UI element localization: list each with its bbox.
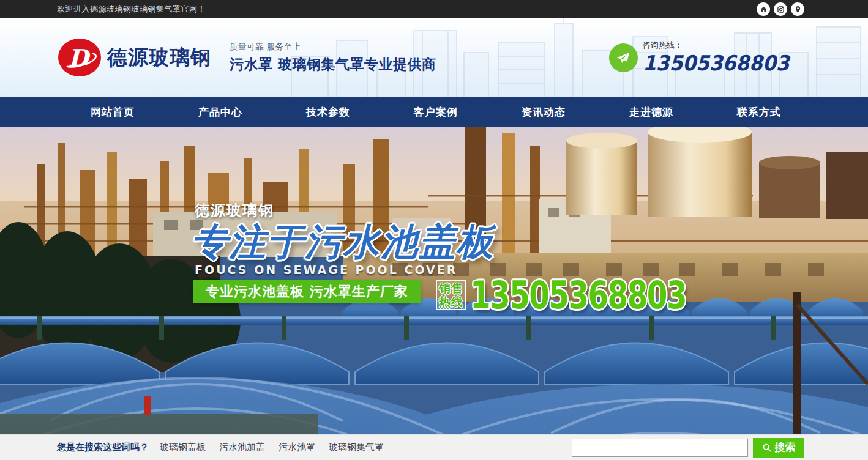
search-button-label: 搜索 xyxy=(775,440,796,454)
topbar-social-icons xyxy=(757,2,804,16)
topbar: 欢迎进入德源玻璃钢玻璃钢集气罩官网！ xyxy=(0,0,868,18)
header-slogan: 质量可靠 服务至上 污水罩 玻璃钢集气罩专业提供商 xyxy=(230,42,436,74)
nav-item-home[interactable]: 网站首页 xyxy=(59,97,166,127)
nav-item-specs[interactable]: 技术参数 xyxy=(274,97,382,127)
nav-item-cases[interactable]: 客户案例 xyxy=(382,97,490,127)
header: D 德源玻璃钢 质量可靠 服务至上 污水罩 玻璃钢集气罩专业提供商 咨询热线： … xyxy=(0,18,868,97)
logo[interactable]: D 德源玻璃钢 xyxy=(58,39,211,76)
main-nav: 网站首页 产品中心 技术参数 客户案例 资讯动态 走进德源 联系方式 xyxy=(0,97,868,127)
search-icon xyxy=(762,443,772,453)
sales-hotline-label: 销售 热线 xyxy=(436,280,466,310)
hero-headline: 专注于污水池盖板 xyxy=(191,218,495,267)
sales-label-line1: 销售 xyxy=(439,282,463,295)
keyword-link-3[interactable]: 污水池罩 xyxy=(279,442,315,453)
hero-badge: 专业污水池盖板 污水罩生产厂家 xyxy=(193,280,421,303)
welcome-text: 欢迎进入德源玻璃钢玻璃钢集气罩官网！ xyxy=(57,4,206,15)
nav-item-products[interactable]: 产品中心 xyxy=(166,97,274,127)
search-bar: 您是在搜索这些词吗？ 玻璃钢盖板 污水池加盖 污水池罩 玻璃钢集气罩 搜索 xyxy=(0,434,868,460)
search-prompt: 您是在搜索这些词吗？ xyxy=(57,442,149,453)
logo-icon: D xyxy=(58,39,101,76)
hotline: 咨询热线： 13505368803 xyxy=(609,40,802,75)
keyword-link-1[interactable]: 玻璃钢盖板 xyxy=(160,442,206,453)
keyword-link-4[interactable]: 玻璃钢集气罩 xyxy=(329,442,384,453)
instagram-icon[interactable] xyxy=(774,2,787,16)
nav-item-contact[interactable]: 联系方式 xyxy=(705,97,813,127)
slogan-big: 污水罩 玻璃钢集气罩专业提供商 xyxy=(230,55,436,74)
paper-plane-icon xyxy=(609,43,638,72)
hero-sales-hotline: 销售 热线 13505368803 xyxy=(436,273,747,317)
keyword-link-2[interactable]: 污水池加盖 xyxy=(219,442,265,453)
slogan-small: 质量可靠 服务至上 xyxy=(230,42,436,53)
page: 欢迎进入德源玻璃钢玻璃钢集气罩官网！ xyxy=(0,0,868,460)
location-icon[interactable] xyxy=(791,2,804,16)
sales-label-line2: 热线 xyxy=(439,295,463,308)
hero-subheadline: FOUCS ON SEWAGE POOL COVER xyxy=(195,263,457,276)
hotline-label: 咨询热线： xyxy=(643,40,802,51)
logo-text: 德源玻璃钢 xyxy=(107,44,211,72)
hotline-text: 咨询热线： 13505368803 xyxy=(643,40,802,75)
search-input[interactable] xyxy=(572,439,748,457)
nav-item-about[interactable]: 走进德源 xyxy=(597,97,705,127)
hot-keywords: 玻璃钢盖板 污水池加盖 污水池罩 玻璃钢集气罩 xyxy=(160,442,384,453)
header-inner: D 德源玻璃钢 质量可靠 服务至上 污水罩 玻璃钢集气罩专业提供商 咨询热线： … xyxy=(0,18,868,97)
hotline-number: 13505368803 xyxy=(643,51,789,75)
nav-item-news[interactable]: 资讯动态 xyxy=(490,97,597,127)
sales-hotline-number: 13505368803 xyxy=(470,273,686,317)
search-button[interactable]: 搜索 xyxy=(753,438,804,458)
home-icon[interactable] xyxy=(757,2,770,16)
search-box: 搜索 xyxy=(572,438,804,458)
hero-banner: 德源玻璃钢 专注于污水池盖板 FOUCS ON SEWAGE POOL COVE… xyxy=(0,127,868,434)
